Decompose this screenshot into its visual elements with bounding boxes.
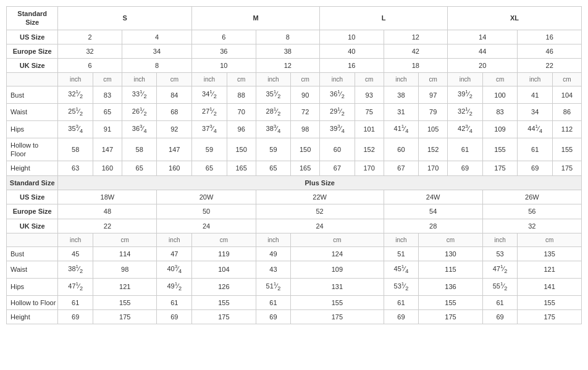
plus-us-18w: 18W	[58, 190, 157, 204]
plus-height-label: Height	[7, 309, 58, 324]
height-xl16-cm: 175	[552, 161, 581, 175]
xl-header: XL	[448, 7, 582, 30]
plus-htf-20w-inch: 61	[157, 295, 192, 309]
htf-l10-cm: 152	[355, 138, 384, 161]
eu-40: 40	[320, 44, 384, 58]
us-12: 12	[384, 30, 448, 44]
htf-m8-cm: 150	[291, 138, 320, 161]
plus-standard-label: Standard Size	[7, 175, 58, 190]
us-10: 10	[320, 30, 384, 44]
plus-us-24w: 24W	[384, 190, 482, 204]
height-s2-cm: 160	[93, 161, 122, 175]
plus-eu-52: 52	[256, 204, 384, 219]
plus-hips-26w-cm: 141	[518, 278, 582, 295]
plus-hips-18w-cm: 121	[93, 278, 157, 295]
eu-38: 38	[256, 44, 320, 58]
uk-18: 18	[384, 59, 448, 73]
plus-unit-inch-2: inch	[157, 233, 192, 246]
plus-height-22w-cm: 175	[291, 309, 384, 324]
unit-inch-4: inch	[256, 73, 291, 86]
plus-uk-24b: 24	[256, 219, 384, 233]
plus-waist-22w-inch: 43	[256, 261, 291, 279]
plus-height-20w-cm: 175	[192, 309, 256, 324]
plus-waist-20w-inch: 403⁄4	[157, 261, 192, 279]
plus-htf-20w-cm: 155	[192, 295, 256, 309]
hips-s4-inch: 363⁄4	[122, 121, 157, 138]
plus-hips-26w-inch: 551⁄2	[482, 278, 518, 295]
plus-bust-18w-inch: 45	[58, 246, 93, 261]
plus-waist-18w-inch: 381⁄2	[58, 261, 93, 279]
htf-xl16-inch: 61	[518, 138, 553, 161]
plus-htf-24w-inch: 61	[384, 295, 419, 309]
size-chart-table: StandardSize S M L XL US Size 2 4 6 8 10…	[6, 6, 582, 324]
hollow-to-floor-row: Hollow toFloor 58 147 58 147 59 150 59 1…	[7, 138, 582, 161]
bust-m6-cm: 88	[227, 86, 256, 104]
l-header: L	[320, 7, 448, 30]
hollow-to-floor-label: Hollow toFloor	[7, 138, 58, 161]
hips-row: Hips 353⁄4 91 363⁄4 92 373⁄4 96 383⁄4 98…	[7, 121, 582, 138]
plus-eu-54: 54	[384, 204, 482, 219]
plus-bust-label: Bust	[7, 246, 58, 261]
height-m6-cm: 165	[227, 161, 256, 175]
plus-bust-18w-cm: 114	[93, 246, 157, 261]
plus-hips-18w-inch: 471⁄2	[58, 278, 93, 295]
waist-s4-inch: 261⁄2	[122, 104, 157, 121]
unit-cm-5: cm	[355, 73, 384, 86]
uk-8: 8	[122, 59, 191, 73]
hips-s2-cm: 91	[93, 121, 122, 138]
height-xl14-cm: 175	[482, 161, 518, 175]
htf-xl14-cm: 155	[482, 138, 518, 161]
plus-bust-row: Bust 45 114 47 119 49 124 51 130 53 135	[7, 246, 582, 261]
htf-l12-cm: 152	[419, 138, 448, 161]
waist-xl16-inch: 34	[518, 104, 553, 121]
plus-waist-20w-cm: 104	[192, 261, 256, 279]
size-chart-container: StandardSize S M L XL US Size 2 4 6 8 10…	[0, 0, 588, 330]
plus-bust-24w-inch: 51	[384, 246, 419, 261]
plus-height-24w-inch: 69	[384, 309, 419, 324]
plus-waist-22w-cm: 109	[291, 261, 384, 279]
waist-l12-cm: 79	[419, 104, 448, 121]
plus-waist-26w-cm: 121	[518, 261, 582, 279]
height-l12-inch: 67	[384, 161, 419, 175]
hips-m8-inch: 383⁄4	[256, 121, 291, 138]
eu-36: 36	[192, 44, 256, 58]
plus-bust-26w-inch: 53	[482, 246, 518, 261]
plus-uk-22: 22	[58, 219, 157, 233]
bust-s2-inch: 321⁄2	[58, 86, 93, 104]
waist-s2-inch: 251⁄2	[58, 104, 93, 121]
us-4: 4	[122, 30, 191, 44]
plus-uk-28: 28	[384, 219, 482, 233]
plus-unit-row: inch cm inch cm inch cm inch cm inch cm	[7, 233, 582, 246]
plus-height-24w-cm: 175	[419, 309, 483, 324]
standard-size-label: StandardSize	[7, 7, 58, 30]
plus-eu-50: 50	[157, 204, 256, 219]
plus-bust-22w-cm: 124	[291, 246, 384, 261]
bust-s2-cm: 83	[93, 86, 122, 104]
plus-hollow-to-floor-row: Hollow to Floor 61 155 61 155 61 155 61 …	[7, 295, 582, 309]
height-l10-cm: 170	[355, 161, 384, 175]
hips-xl14-cm: 109	[482, 121, 518, 138]
plus-us-20w: 20W	[157, 190, 256, 204]
plus-unit-cm-5: cm	[518, 233, 582, 246]
htf-l10-inch: 60	[320, 138, 355, 161]
plus-height-22w-inch: 69	[256, 309, 291, 324]
htf-s2-cm: 147	[93, 138, 122, 161]
bust-xl16-cm: 104	[552, 86, 581, 104]
height-l12-cm: 170	[419, 161, 448, 175]
bust-s4-inch: 331⁄2	[122, 86, 157, 104]
height-m6-inch: 65	[192, 161, 227, 175]
plus-hollow-to-floor-label: Hollow to Floor	[7, 295, 58, 309]
htf-m6-inch: 59	[192, 138, 227, 161]
plus-bust-26w-cm: 135	[518, 246, 582, 261]
plus-unit-inch-4: inch	[384, 233, 419, 246]
uk-16: 16	[320, 59, 384, 73]
htf-s2-inch: 58	[58, 138, 93, 161]
empty-cell	[7, 73, 58, 86]
plus-size-divider: Standard Size Plus Size	[7, 175, 582, 190]
waist-m8-inch: 281⁄2	[256, 104, 291, 121]
us-14: 14	[448, 30, 518, 44]
bust-l10-inch: 361⁄2	[320, 86, 355, 104]
plus-height-26w-inch: 69	[482, 309, 518, 324]
plus-bust-22w-inch: 49	[256, 246, 291, 261]
plus-uk-size-row: UK Size 22 24 24 28 32	[7, 219, 582, 233]
